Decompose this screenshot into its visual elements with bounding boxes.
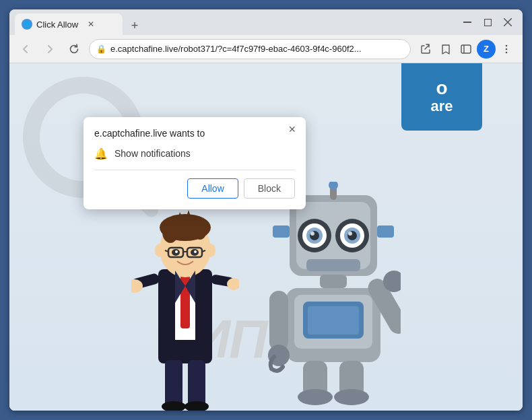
svg-rect-33 (188, 360, 205, 407)
svg-rect-32 (165, 360, 182, 407)
svg-point-8 (506, 48, 508, 50)
refresh-button[interactable] (65, 40, 84, 59)
window-controls (458, 13, 517, 32)
svg-rect-5 (461, 45, 471, 53)
allow-button[interactable]: Allow (187, 178, 238, 199)
svg-point-52 (310, 232, 314, 236)
svg-point-7 (506, 44, 508, 46)
menu-icon[interactable] (497, 40, 516, 59)
svg-rect-1 (484, 19, 491, 26)
tab-favicon: 🌐 (22, 19, 32, 30)
svg-point-15 (162, 221, 178, 243)
popup-divider (94, 170, 295, 170)
browser-window: 🌐 Click Allow ✕ + (9, 9, 523, 411)
svg-point-68 (298, 389, 333, 405)
address-input[interactable]: 🔒 e.captchafine.live/robot371/?c=4f7c97f… (89, 39, 411, 59)
svg-rect-61 (308, 306, 359, 335)
popup-notification-item: 🔔 Show notifications (94, 147, 295, 160)
permission-popup: ✕ e.captchafine.live wants to 🔔 Show not… (84, 117, 306, 209)
block-button[interactable]: Block (244, 178, 295, 199)
popup-close-button[interactable]: ✕ (286, 123, 299, 136)
svg-point-38 (155, 244, 164, 257)
forward-button[interactable] (40, 40, 59, 59)
bell-icon: 🔔 (94, 147, 108, 160)
svg-rect-0 (463, 22, 471, 23)
address-bar: 🔒 e.captchafine.live/robot371/?c=4f7c97f… (9, 35, 523, 63)
page-background: o are ТИП..С... (9, 63, 523, 411)
svg-point-26 (175, 250, 178, 253)
svg-rect-55 (377, 225, 394, 238)
back-button[interactable] (16, 40, 35, 59)
tab-close-button[interactable]: ✕ (85, 18, 97, 30)
content-area: o are ТИП..С... (9, 63, 523, 411)
svg-rect-54 (273, 225, 290, 238)
popup-title: e.captchafine.live wants to (94, 128, 295, 139)
tab-title: Click Allow (36, 20, 78, 30)
popup-notification-label: Show notifications (114, 148, 191, 159)
svg-point-69 (334, 389, 369, 405)
maximize-button[interactable] (478, 13, 497, 32)
minimize-button[interactable] (458, 13, 477, 32)
svg-point-39 (206, 244, 215, 257)
svg-point-53 (348, 232, 352, 236)
svg-point-27 (194, 250, 197, 253)
sidebar-icon[interactable] (457, 40, 475, 59)
title-bar: 🌐 Click Allow ✕ + (9, 9, 523, 35)
tab-area: 🌐 Click Allow ✕ + (15, 9, 455, 35)
blue-info-box: o are (401, 63, 482, 131)
profile-button[interactable]: Z (477, 40, 496, 59)
svg-point-16 (193, 221, 207, 240)
svg-rect-57 (320, 275, 347, 288)
share-icon[interactable] (416, 40, 435, 59)
active-tab[interactable]: 🌐 Click Allow ✕ (15, 13, 123, 35)
svg-rect-56 (306, 259, 360, 271)
svg-rect-62 (269, 291, 288, 351)
robot-character (266, 182, 401, 411)
blue-box-text2: are (430, 98, 453, 115)
url-text: e.captchafine.live/robot371/?c=4f7c97f9-… (110, 44, 403, 54)
popup-buttons: Allow Block (94, 178, 295, 199)
address-bar-actions: Z (416, 40, 516, 59)
close-window-button[interactable] (498, 13, 517, 32)
new-tab-button[interactable]: + (125, 16, 144, 35)
bookmark-icon[interactable] (436, 40, 455, 59)
lock-icon: 🔒 (96, 44, 106, 54)
svg-line-4 (425, 45, 429, 49)
blue-box-text: o (436, 79, 447, 98)
svg-point-9 (506, 51, 508, 53)
